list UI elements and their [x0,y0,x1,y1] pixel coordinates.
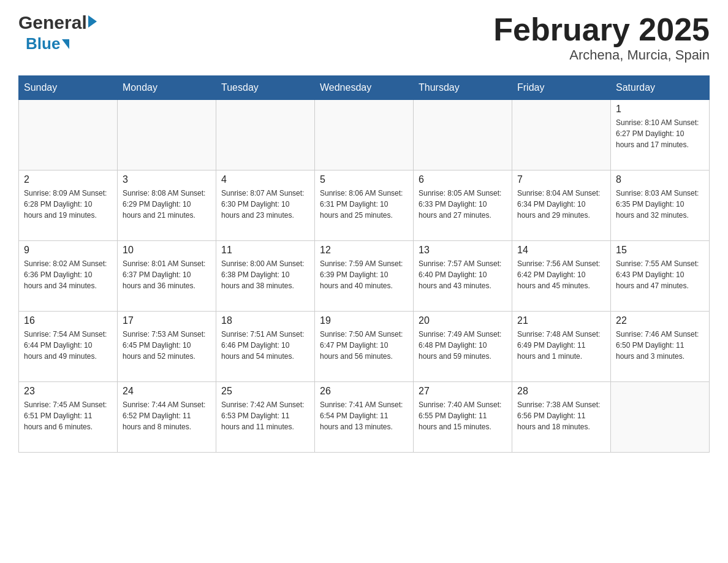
day-info: Sunrise: 8:06 AM Sunset: 6:31 PM Dayligh… [320,188,408,221]
calendar-day: 14Sunrise: 7:56 AM Sunset: 6:42 PM Dayli… [512,241,611,312]
day-number: 24 [123,386,211,397]
day-info: Sunrise: 7:38 AM Sunset: 6:56 PM Dayligh… [517,399,605,432]
calendar-day [118,100,216,170]
day-number: 20 [419,315,507,326]
calendar-subtitle: Archena, Murcia, Spain [493,47,710,63]
week-row-2: 2Sunrise: 8:09 AM Sunset: 6:28 PM Daylig… [19,170,710,241]
week-row-5: 23Sunrise: 7:45 AM Sunset: 6:51 PM Dayli… [19,382,710,453]
calendar-day: 26Sunrise: 7:41 AM Sunset: 6:54 PM Dayli… [315,382,414,453]
day-number: 13 [419,245,507,256]
page-header: General Blue February 2025 Archena, Murc… [18,12,710,63]
day-info: Sunrise: 8:04 AM Sunset: 6:34 PM Dayligh… [517,188,605,221]
calendar-day: 6Sunrise: 8:05 AM Sunset: 6:33 PM Daylig… [414,170,512,241]
calendar-day: 3Sunrise: 8:08 AM Sunset: 6:29 PM Daylig… [118,170,216,241]
calendar-day: 4Sunrise: 8:07 AM Sunset: 6:30 PM Daylig… [216,170,315,241]
day-number: 16 [24,315,112,326]
logo: General Blue [18,12,97,53]
day-info: Sunrise: 8:03 AM Sunset: 6:35 PM Dayligh… [616,188,704,221]
calendar-day: 21Sunrise: 7:48 AM Sunset: 6:49 PM Dayli… [512,312,611,382]
day-info: Sunrise: 7:42 AM Sunset: 6:53 PM Dayligh… [221,399,309,432]
day-number: 25 [221,386,309,397]
day-number: 10 [123,245,211,256]
logo-triangle-icon [62,39,69,49]
week-row-3: 9Sunrise: 8:02 AM Sunset: 6:36 PM Daylig… [19,241,710,312]
day-info: Sunrise: 7:53 AM Sunset: 6:45 PM Dayligh… [123,329,211,362]
day-number: 2 [24,174,112,185]
calendar-day: 24Sunrise: 7:44 AM Sunset: 6:52 PM Dayli… [118,382,216,453]
col-saturday: Saturday [611,76,710,100]
calendar-day: 25Sunrise: 7:42 AM Sunset: 6:53 PM Dayli… [216,382,315,453]
day-info: Sunrise: 7:50 AM Sunset: 6:47 PM Dayligh… [320,329,408,362]
day-number: 7 [517,174,605,185]
day-number: 6 [419,174,507,185]
day-number: 18 [221,315,309,326]
calendar-day: 17Sunrise: 7:53 AM Sunset: 6:45 PM Dayli… [118,312,216,382]
day-info: Sunrise: 7:40 AM Sunset: 6:55 PM Dayligh… [419,399,507,432]
day-number: 5 [320,174,408,185]
day-info: Sunrise: 8:10 AM Sunset: 6:27 PM Dayligh… [616,117,704,150]
col-monday: Monday [118,76,216,100]
calendar-table: Sunday Monday Tuesday Wednesday Thursday… [18,75,710,453]
calendar-day [512,100,611,170]
calendar-day: 5Sunrise: 8:06 AM Sunset: 6:31 PM Daylig… [315,170,414,241]
day-info: Sunrise: 7:54 AM Sunset: 6:44 PM Dayligh… [24,329,112,362]
day-info: Sunrise: 8:02 AM Sunset: 6:36 PM Dayligh… [24,258,112,291]
calendar-day: 9Sunrise: 8:02 AM Sunset: 6:36 PM Daylig… [19,241,118,312]
calendar-day: 11Sunrise: 8:00 AM Sunset: 6:38 PM Dayli… [216,241,315,312]
calendar-title: February 2025 [493,12,710,47]
col-thursday: Thursday [414,76,512,100]
calendar-day [19,100,118,170]
calendar-day [414,100,512,170]
day-number: 8 [616,174,704,185]
day-info: Sunrise: 7:44 AM Sunset: 6:52 PM Dayligh… [123,399,211,432]
day-info: Sunrise: 8:08 AM Sunset: 6:29 PM Dayligh… [123,188,211,221]
day-info: Sunrise: 7:55 AM Sunset: 6:43 PM Dayligh… [616,258,704,291]
calendar-day: 27Sunrise: 7:40 AM Sunset: 6:55 PM Dayli… [414,382,512,453]
calendar-day [216,100,315,170]
day-number: 3 [123,174,211,185]
calendar-day: 20Sunrise: 7:49 AM Sunset: 6:48 PM Dayli… [414,312,512,382]
calendar-day: 10Sunrise: 8:01 AM Sunset: 6:37 PM Dayli… [118,241,216,312]
day-number: 19 [320,315,408,326]
day-info: Sunrise: 7:56 AM Sunset: 6:42 PM Dayligh… [517,258,605,291]
day-number: 9 [24,245,112,256]
calendar-day: 12Sunrise: 7:59 AM Sunset: 6:39 PM Dayli… [315,241,414,312]
calendar-day: 28Sunrise: 7:38 AM Sunset: 6:56 PM Dayli… [512,382,611,453]
day-number: 28 [517,386,605,397]
day-info: Sunrise: 7:49 AM Sunset: 6:48 PM Dayligh… [419,329,507,362]
calendar-header-row: Sunday Monday Tuesday Wednesday Thursday… [19,76,710,100]
day-number: 26 [320,386,408,397]
day-info: Sunrise: 8:05 AM Sunset: 6:33 PM Dayligh… [419,188,507,221]
day-number: 23 [24,386,112,397]
day-number: 17 [123,315,211,326]
day-number: 11 [221,245,309,256]
title-block: February 2025 Archena, Murcia, Spain [493,12,710,63]
week-row-1: 1Sunrise: 8:10 AM Sunset: 6:27 PM Daylig… [19,100,710,170]
day-info: Sunrise: 7:48 AM Sunset: 6:49 PM Dayligh… [517,329,605,362]
calendar-day: 13Sunrise: 7:57 AM Sunset: 6:40 PM Dayli… [414,241,512,312]
day-number: 15 [616,245,704,256]
calendar-day: 1Sunrise: 8:10 AM Sunset: 6:27 PM Daylig… [611,100,710,170]
logo-arrow-icon [88,15,97,28]
calendar-day: 2Sunrise: 8:09 AM Sunset: 6:28 PM Daylig… [19,170,118,241]
calendar-day: 15Sunrise: 7:55 AM Sunset: 6:43 PM Dayli… [611,241,710,312]
day-info: Sunrise: 7:45 AM Sunset: 6:51 PM Dayligh… [24,399,112,432]
calendar-day: 8Sunrise: 8:03 AM Sunset: 6:35 PM Daylig… [611,170,710,241]
day-info: Sunrise: 8:00 AM Sunset: 6:38 PM Dayligh… [221,258,309,291]
day-info: Sunrise: 8:01 AM Sunset: 6:37 PM Dayligh… [123,258,211,291]
day-info: Sunrise: 8:09 AM Sunset: 6:28 PM Dayligh… [24,188,112,221]
day-number: 1 [616,104,704,115]
calendar-day: 19Sunrise: 7:50 AM Sunset: 6:47 PM Dayli… [315,312,414,382]
week-row-4: 16Sunrise: 7:54 AM Sunset: 6:44 PM Dayli… [19,312,710,382]
col-friday: Friday [512,76,611,100]
logo-general-text: General [18,12,87,33]
day-number: 14 [517,245,605,256]
day-number: 4 [221,174,309,185]
calendar-day: 16Sunrise: 7:54 AM Sunset: 6:44 PM Dayli… [19,312,118,382]
col-wednesday: Wednesday [315,76,414,100]
day-info: Sunrise: 7:57 AM Sunset: 6:40 PM Dayligh… [419,258,507,291]
calendar-day [315,100,414,170]
day-number: 12 [320,245,408,256]
calendar-day: 7Sunrise: 8:04 AM Sunset: 6:34 PM Daylig… [512,170,611,241]
calendar-day: 22Sunrise: 7:46 AM Sunset: 6:50 PM Dayli… [611,312,710,382]
